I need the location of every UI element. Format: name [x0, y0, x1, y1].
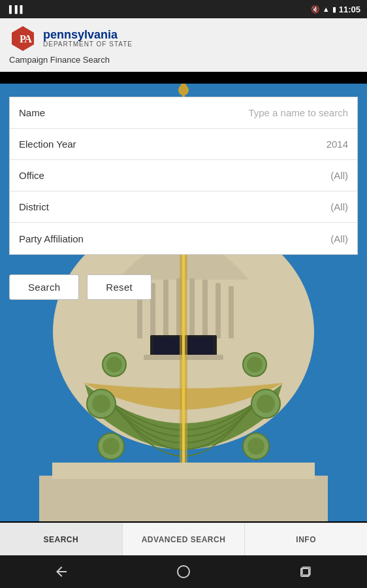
search-button[interactable]: Search	[9, 274, 79, 300]
campaign-finance-label: Campaign Finance Search	[9, 55, 358, 65]
back-button[interactable]	[54, 564, 69, 580]
recents-button[interactable]	[298, 564, 313, 580]
office-label: Office	[19, 170, 104, 181]
svg-rect-15	[229, 286, 234, 338]
office-row[interactable]: Office (All)	[10, 160, 357, 191]
svg-text:A: A	[24, 33, 32, 44]
party-label: Party Affiliation	[19, 233, 104, 244]
district-label: District	[19, 201, 104, 212]
status-left-icons: ▐ ▌▌	[7, 5, 25, 13]
district-row[interactable]: District (All)	[10, 191, 357, 223]
svg-point-26	[257, 395, 275, 413]
app-header: P A pennsylvania DEPARTMENT OF STATE Cam…	[0, 18, 367, 72]
pa-logo: P A	[9, 25, 37, 52]
home-button[interactable]	[176, 564, 191, 580]
tab-search-label: SEARCH	[44, 535, 79, 544]
status-bar: ▐ ▌▌ 🔇 ▲ ▮ 11:05	[0, 0, 367, 18]
svg-rect-10	[163, 280, 168, 338]
svg-rect-13	[202, 280, 208, 338]
svg-point-22	[247, 357, 263, 372]
signal-icon: ▐	[7, 5, 12, 13]
bottom-nav: SEARCH ADVANCED SEARCH INFO	[0, 523, 367, 555]
election-year-value: 2014	[104, 139, 348, 150]
mute-icon: 🔇	[311, 5, 320, 14]
wifi-icon: ▲	[323, 5, 330, 13]
svg-rect-14	[215, 283, 221, 338]
district-value: (All)	[104, 201, 348, 212]
svg-point-24	[92, 395, 110, 413]
tab-advanced-search[interactable]: ADVANCED SEARCH	[123, 523, 246, 555]
pa-state-name: pennsylvania	[43, 29, 133, 41]
reset-button[interactable]: Reset	[87, 274, 152, 300]
office-value: (All)	[104, 170, 348, 181]
name-input[interactable]	[104, 107, 348, 118]
android-nav-bar	[0, 555, 367, 588]
party-value: (All)	[104, 233, 348, 244]
svg-point-30	[247, 438, 264, 455]
tab-advanced-search-label: ADVANCED SEARCH	[142, 535, 226, 544]
party-row[interactable]: Party Affiliation (All)	[10, 223, 357, 254]
svg-point-28	[103, 438, 120, 455]
tab-info[interactable]: INFO	[245, 523, 367, 555]
tab-search[interactable]: SEARCH	[0, 523, 123, 555]
svg-point-20	[106, 357, 122, 372]
svg-rect-12	[189, 278, 195, 338]
status-right-icons: 🔇 ▲ ▮ 11:05	[311, 5, 360, 14]
svg-rect-32	[52, 463, 315, 479]
svg-point-33	[178, 566, 189, 578]
svg-rect-31	[39, 476, 328, 521]
dept-name: DEPARTMENT OF STATE	[43, 41, 133, 48]
sim-icon: ▌▌	[15, 5, 25, 13]
election-year-label: Election Year	[19, 139, 104, 150]
status-time: 11:05	[339, 5, 360, 14]
election-year-row[interactable]: Election Year 2014	[10, 129, 357, 160]
tab-info-label: INFO	[296, 535, 316, 544]
name-row: Name	[10, 97, 357, 129]
name-label: Name	[19, 107, 104, 118]
battery-icon: ▮	[332, 5, 336, 14]
search-panel: Name Election Year 2014 Office (All) Dis…	[9, 97, 358, 255]
header-title-block: pennsylvania DEPARTMENT OF STATE	[43, 29, 133, 48]
buttons-area: Search Reset	[9, 274, 152, 300]
